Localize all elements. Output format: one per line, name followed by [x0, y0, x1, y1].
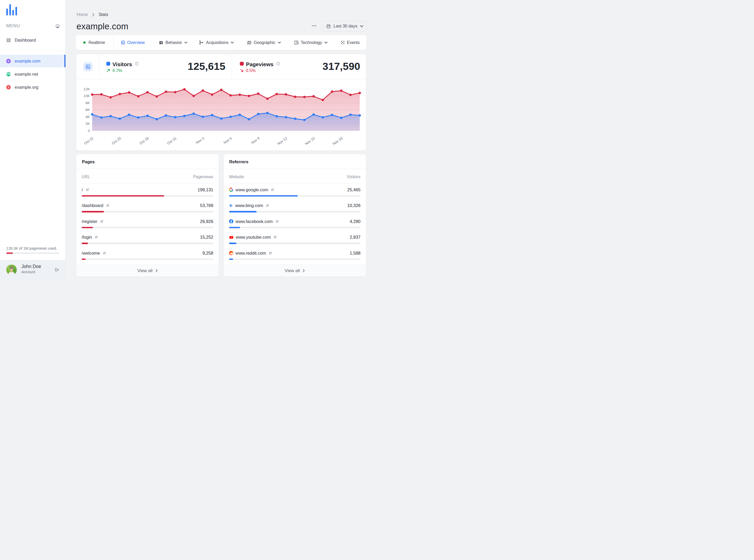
svg-text:0: 0: [88, 129, 90, 133]
svg-text:12K: 12K: [83, 87, 90, 91]
svg-text:Nov 18: Nov 18: [332, 136, 344, 146]
svg-text:Oct 22: Oct 22: [83, 136, 94, 145]
svg-text:Nov 15: Nov 15: [304, 136, 316, 146]
svg-text:Oct 31: Oct 31: [167, 136, 177, 145]
svg-text:Nov 3: Nov 3: [195, 136, 205, 145]
svg-text:Nov 9: Nov 9: [251, 136, 260, 145]
svg-text:Oct 25: Oct 25: [111, 136, 122, 145]
svg-text:Oct 28: Oct 28: [139, 136, 150, 145]
svg-text:Nov 6: Nov 6: [223, 136, 233, 145]
svg-text:10K: 10K: [83, 94, 90, 98]
svg-text:Nov 12: Nov 12: [276, 136, 288, 146]
svg-text:6K: 6K: [85, 108, 90, 112]
svg-text:8K: 8K: [85, 101, 90, 105]
svg-text:4K: 4K: [85, 115, 90, 119]
svg-text:2K: 2K: [85, 122, 90, 126]
